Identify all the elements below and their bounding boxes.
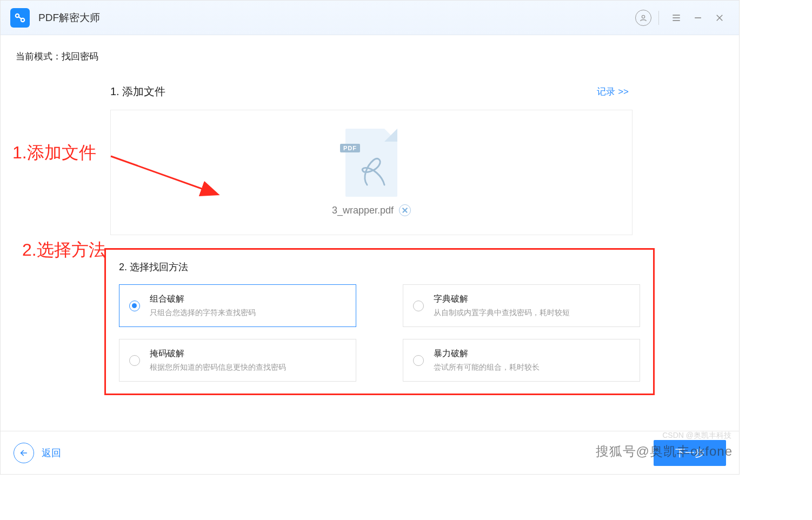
pdf-badge: PDF (340, 144, 360, 152)
method-desc: 从自制或内置字典中查找密码，耗时较短 (434, 308, 570, 318)
titlebar: PDF解密大师 (1, 1, 739, 35)
record-link[interactable]: 记录 >> (597, 85, 629, 98)
method-mask[interactable]: 掩码破解 根据您所知道的密码信息更快的查找密码 (119, 339, 356, 382)
next-button[interactable]: 下一步 (654, 440, 726, 466)
user-icon (635, 10, 651, 26)
method-name: 掩码破解 (150, 348, 286, 359)
file-row: 3_wrapper.pdf (332, 204, 411, 216)
method-name: 字典破解 (434, 294, 570, 305)
method-name: 组合破解 (150, 294, 256, 305)
svg-point-2 (642, 15, 644, 18)
footer: 返回 下一步 (1, 431, 739, 474)
mode-value: 找回密码 (62, 51, 98, 62)
step1-title: 1. 添加文件 (110, 84, 165, 99)
divider (658, 11, 659, 25)
arrow-left-icon (14, 443, 34, 463)
mode-label: 当前模式： (16, 51, 62, 62)
step1-header: 1. 添加文件 记录 >> (110, 84, 629, 99)
radio-icon (129, 355, 140, 366)
menu-button[interactable] (667, 8, 686, 28)
svg-point-1 (21, 18, 24, 21)
method-bruteforce[interactable]: 暴力破解 尝试所有可能的组合，耗时较长 (403, 339, 640, 382)
filename: 3_wrapper.pdf (332, 205, 394, 216)
content-area: 当前模式：找回密码 1. 添加文件 记录 >> PDF 3_wrapper.pd… (1, 35, 739, 395)
annotation-1: 1.添加文件 (12, 141, 96, 165)
svg-point-0 (16, 14, 19, 17)
minimize-button[interactable] (688, 8, 708, 28)
app-logo (10, 8, 30, 28)
user-account-button[interactable] (634, 8, 653, 28)
pdf-file-icon: PDF (345, 129, 397, 197)
close-button[interactable] (710, 8, 729, 28)
method-desc: 根据您所知道的密码信息更快的查找密码 (150, 363, 286, 372)
file-drop-zone[interactable]: PDF 3_wrapper.pdf (110, 110, 633, 235)
step2-section: 2. 选择找回方法 组合破解 只组合您选择的字符来查找密码 字典破解 从自制或内… (104, 248, 655, 395)
current-mode: 当前模式：找回密码 (16, 50, 731, 63)
radio-icon (129, 301, 140, 311)
back-button[interactable]: 返回 (14, 443, 61, 463)
annotation-2: 2.选择方法 (22, 238, 106, 262)
radio-icon (413, 355, 424, 366)
back-label: 返回 (42, 446, 61, 459)
method-desc: 只组合您选择的字符来查找密码 (150, 308, 256, 318)
method-name: 暴力破解 (434, 348, 540, 359)
remove-file-button[interactable] (399, 204, 411, 216)
step2-title: 2. 选择找回方法 (119, 261, 640, 274)
radio-icon (413, 301, 424, 311)
method-desc: 尝试所有可能的组合，耗时较长 (434, 363, 540, 372)
method-combination[interactable]: 组合破解 只组合您选择的字符来查找密码 (119, 284, 356, 327)
method-dictionary[interactable]: 字典破解 从自制或内置字典中查找密码，耗时较短 (403, 284, 640, 327)
app-title: PDF解密大师 (38, 11, 100, 25)
method-grid: 组合破解 只组合您选择的字符来查找密码 字典破解 从自制或内置字典中查找密码，耗… (119, 284, 640, 382)
